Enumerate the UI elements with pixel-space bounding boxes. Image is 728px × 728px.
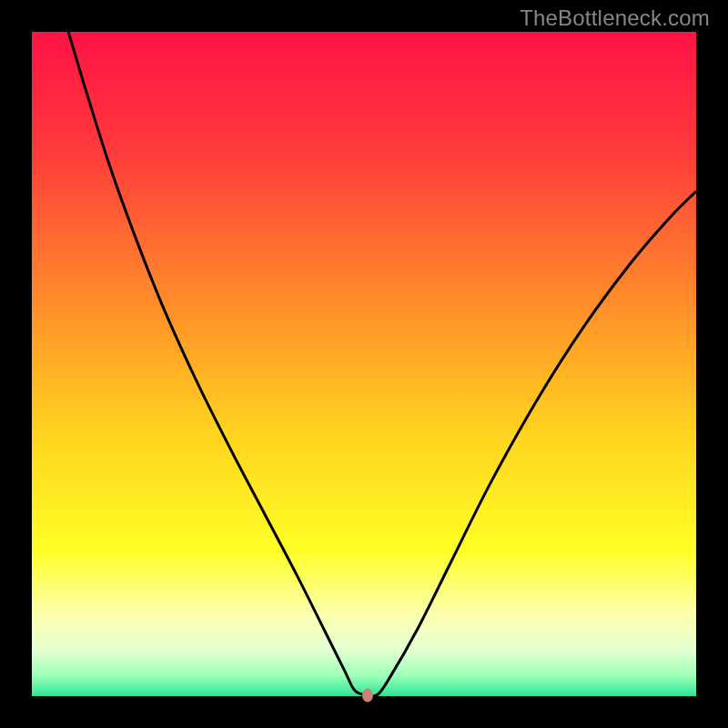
- optimal-point-marker: [362, 688, 373, 702]
- chart-frame: TheBottleneck.com: [0, 0, 728, 728]
- plot-area: [32, 32, 696, 696]
- bottleneck-curve: [68, 32, 696, 696]
- watermark-text: TheBottleneck.com: [520, 5, 710, 31]
- curve-layer: [32, 32, 696, 696]
